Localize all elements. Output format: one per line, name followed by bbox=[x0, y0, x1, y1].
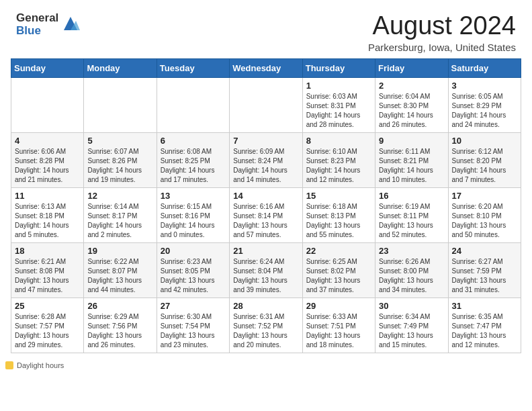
day-number: 16 bbox=[379, 191, 444, 201]
logo-blue-text: Blue bbox=[16, 25, 58, 38]
day-info: Sunrise: 6:35 AM Sunset: 7:47 PM Dayligh… bbox=[452, 312, 517, 350]
day-info: Sunrise: 6:31 AM Sunset: 7:52 PM Dayligh… bbox=[233, 312, 298, 350]
day-info: Sunrise: 6:24 AM Sunset: 8:04 PM Dayligh… bbox=[233, 257, 298, 295]
daylight-hours-label: Daylight hours bbox=[17, 361, 64, 369]
day-number: 3 bbox=[452, 81, 517, 91]
logo-general-text: General bbox=[16, 12, 58, 25]
day-info: Sunrise: 6:30 AM Sunset: 7:54 PM Dayligh… bbox=[161, 312, 226, 350]
calendar-cell: 5Sunrise: 6:07 AM Sunset: 8:26 PM Daylig… bbox=[84, 132, 157, 187]
calendar-cell: 12Sunrise: 6:14 AM Sunset: 8:17 PM Dayli… bbox=[84, 187, 157, 242]
day-number: 22 bbox=[306, 246, 371, 256]
calendar-cell: 28Sunrise: 6:31 AM Sunset: 7:52 PM Dayli… bbox=[230, 298, 302, 353]
day-info: Sunrise: 6:09 AM Sunset: 8:24 PM Dayligh… bbox=[233, 147, 298, 185]
calendar-cell: 21Sunrise: 6:24 AM Sunset: 8:04 PM Dayli… bbox=[230, 242, 302, 298]
day-number: 12 bbox=[87, 191, 152, 201]
day-number: 29 bbox=[306, 301, 371, 311]
day-info: Sunrise: 6:34 AM Sunset: 7:49 PM Dayligh… bbox=[379, 312, 444, 350]
calendar-week-row: 18Sunrise: 6:21 AM Sunset: 8:08 PM Dayli… bbox=[11, 242, 521, 298]
calendar-cell: 18Sunrise: 6:21 AM Sunset: 8:08 PM Dayli… bbox=[11, 242, 84, 298]
calendar-cell: 29Sunrise: 6:33 AM Sunset: 7:51 PM Dayli… bbox=[302, 298, 375, 353]
day-info: Sunrise: 6:06 AM Sunset: 8:28 PM Dayligh… bbox=[15, 147, 80, 185]
day-number: 23 bbox=[379, 246, 444, 256]
page-header: General Blue August 2024 Parkersburg, Io… bbox=[0, 0, 532, 58]
day-number: 21 bbox=[233, 246, 298, 256]
day-info: Sunrise: 6:19 AM Sunset: 8:11 PM Dayligh… bbox=[379, 202, 444, 240]
day-info: Sunrise: 6:22 AM Sunset: 8:07 PM Dayligh… bbox=[87, 257, 152, 295]
footer: Daylight hours bbox=[0, 359, 532, 373]
day-info: Sunrise: 6:21 AM Sunset: 8:08 PM Dayligh… bbox=[15, 257, 80, 295]
calendar-cell: 1Sunrise: 6:03 AM Sunset: 8:31 PM Daylig… bbox=[302, 77, 375, 132]
calendar-cell: 13Sunrise: 6:15 AM Sunset: 8:16 PM Dayli… bbox=[157, 187, 229, 242]
day-info: Sunrise: 6:14 AM Sunset: 8:17 PM Dayligh… bbox=[87, 202, 152, 240]
calendar-cell: 16Sunrise: 6:19 AM Sunset: 8:11 PM Dayli… bbox=[375, 187, 448, 242]
cal-header-monday: Monday bbox=[84, 58, 157, 77]
calendar-week-row: 25Sunrise: 6:28 AM Sunset: 7:57 PM Dayli… bbox=[11, 298, 521, 353]
location-text: Parkersburg, Iowa, United States bbox=[368, 42, 516, 53]
calendar-cell bbox=[84, 77, 157, 132]
day-info: Sunrise: 6:29 AM Sunset: 7:56 PM Dayligh… bbox=[87, 312, 152, 350]
day-info: Sunrise: 6:25 AM Sunset: 8:02 PM Dayligh… bbox=[306, 257, 371, 295]
calendar-cell: 31Sunrise: 6:35 AM Sunset: 7:47 PM Dayli… bbox=[448, 298, 521, 353]
calendar-cell: 17Sunrise: 6:20 AM Sunset: 8:10 PM Dayli… bbox=[448, 187, 521, 242]
day-number: 27 bbox=[161, 301, 226, 311]
logo: General Blue bbox=[16, 12, 80, 37]
calendar-cell: 15Sunrise: 6:18 AM Sunset: 8:13 PM Dayli… bbox=[302, 187, 375, 242]
day-info: Sunrise: 6:23 AM Sunset: 8:05 PM Dayligh… bbox=[161, 257, 226, 295]
calendar-cell: 19Sunrise: 6:22 AM Sunset: 8:07 PM Dayli… bbox=[84, 242, 157, 298]
day-info: Sunrise: 6:28 AM Sunset: 7:57 PM Dayligh… bbox=[15, 312, 80, 350]
calendar-cell: 4Sunrise: 6:06 AM Sunset: 8:28 PM Daylig… bbox=[11, 132, 84, 187]
calendar-cell: 9Sunrise: 6:11 AM Sunset: 8:21 PM Daylig… bbox=[375, 132, 448, 187]
day-number: 25 bbox=[15, 301, 80, 311]
calendar-cell: 27Sunrise: 6:30 AM Sunset: 7:54 PM Dayli… bbox=[157, 298, 229, 353]
calendar-header-row: SundayMondayTuesdayWednesdayThursdayFrid… bbox=[11, 58, 521, 77]
day-number: 24 bbox=[452, 246, 517, 256]
day-number: 8 bbox=[306, 136, 371, 146]
calendar-cell: 23Sunrise: 6:26 AM Sunset: 8:00 PM Dayli… bbox=[375, 242, 448, 298]
calendar-table: SundayMondayTuesdayWednesdayThursdayFrid… bbox=[11, 58, 521, 353]
day-info: Sunrise: 6:20 AM Sunset: 8:10 PM Dayligh… bbox=[452, 202, 517, 240]
day-info: Sunrise: 6:33 AM Sunset: 7:51 PM Dayligh… bbox=[306, 312, 371, 350]
title-area: August 2024 Parkersburg, Iowa, United St… bbox=[368, 12, 516, 53]
day-info: Sunrise: 6:03 AM Sunset: 8:31 PM Dayligh… bbox=[306, 92, 371, 130]
day-number: 9 bbox=[379, 136, 444, 146]
day-info: Sunrise: 6:10 AM Sunset: 8:23 PM Dayligh… bbox=[306, 147, 371, 185]
day-info: Sunrise: 6:11 AM Sunset: 8:21 PM Dayligh… bbox=[379, 147, 444, 185]
calendar-wrapper: SundayMondayTuesdayWednesdayThursdayFrid… bbox=[0, 58, 532, 359]
day-number: 10 bbox=[452, 136, 517, 146]
day-info: Sunrise: 6:12 AM Sunset: 8:20 PM Dayligh… bbox=[452, 147, 517, 185]
day-info: Sunrise: 6:18 AM Sunset: 8:13 PM Dayligh… bbox=[306, 202, 371, 240]
calendar-cell: 20Sunrise: 6:23 AM Sunset: 8:05 PM Dayli… bbox=[157, 242, 229, 298]
daylight-hours-item: Daylight hours bbox=[5, 361, 64, 369]
calendar-cell: 8Sunrise: 6:10 AM Sunset: 8:23 PM Daylig… bbox=[302, 132, 375, 187]
calendar-cell: 6Sunrise: 6:08 AM Sunset: 8:25 PM Daylig… bbox=[157, 132, 229, 187]
cal-header-tuesday: Tuesday bbox=[157, 58, 229, 77]
calendar-cell: 30Sunrise: 6:34 AM Sunset: 7:49 PM Dayli… bbox=[375, 298, 448, 353]
calendar-cell: 2Sunrise: 6:04 AM Sunset: 8:30 PM Daylig… bbox=[375, 77, 448, 132]
day-info: Sunrise: 6:15 AM Sunset: 8:16 PM Dayligh… bbox=[161, 202, 226, 240]
calendar-cell: 14Sunrise: 6:16 AM Sunset: 8:14 PM Dayli… bbox=[230, 187, 302, 242]
calendar-cell: 3Sunrise: 6:05 AM Sunset: 8:29 PM Daylig… bbox=[448, 77, 521, 132]
day-number: 18 bbox=[15, 246, 80, 256]
day-info: Sunrise: 6:04 AM Sunset: 8:30 PM Dayligh… bbox=[379, 92, 444, 130]
calendar-cell bbox=[157, 77, 229, 132]
day-info: Sunrise: 6:13 AM Sunset: 8:18 PM Dayligh… bbox=[15, 202, 80, 240]
calendar-cell bbox=[230, 77, 302, 132]
calendar-cell: 25Sunrise: 6:28 AM Sunset: 7:57 PM Dayli… bbox=[11, 298, 84, 353]
day-number: 14 bbox=[233, 191, 298, 201]
calendar-cell: 26Sunrise: 6:29 AM Sunset: 7:56 PM Dayli… bbox=[84, 298, 157, 353]
day-number: 4 bbox=[15, 136, 80, 146]
cal-header-saturday: Saturday bbox=[448, 58, 521, 77]
day-info: Sunrise: 6:26 AM Sunset: 8:00 PM Dayligh… bbox=[379, 257, 444, 295]
day-info: Sunrise: 6:27 AM Sunset: 7:59 PM Dayligh… bbox=[452, 257, 517, 295]
day-number: 19 bbox=[87, 246, 152, 256]
day-number: 11 bbox=[15, 191, 80, 201]
day-number: 15 bbox=[306, 191, 371, 201]
day-info: Sunrise: 6:16 AM Sunset: 8:14 PM Dayligh… bbox=[233, 202, 298, 240]
day-info: Sunrise: 6:08 AM Sunset: 8:25 PM Dayligh… bbox=[161, 147, 226, 185]
daylight-hours-dot bbox=[5, 361, 13, 369]
calendar-cell: 11Sunrise: 6:13 AM Sunset: 8:18 PM Dayli… bbox=[11, 187, 84, 242]
cal-header-sunday: Sunday bbox=[11, 58, 84, 77]
calendar-week-row: 4Sunrise: 6:06 AM Sunset: 8:28 PM Daylig… bbox=[11, 132, 521, 187]
day-number: 17 bbox=[452, 191, 517, 201]
day-number: 13 bbox=[161, 191, 226, 201]
